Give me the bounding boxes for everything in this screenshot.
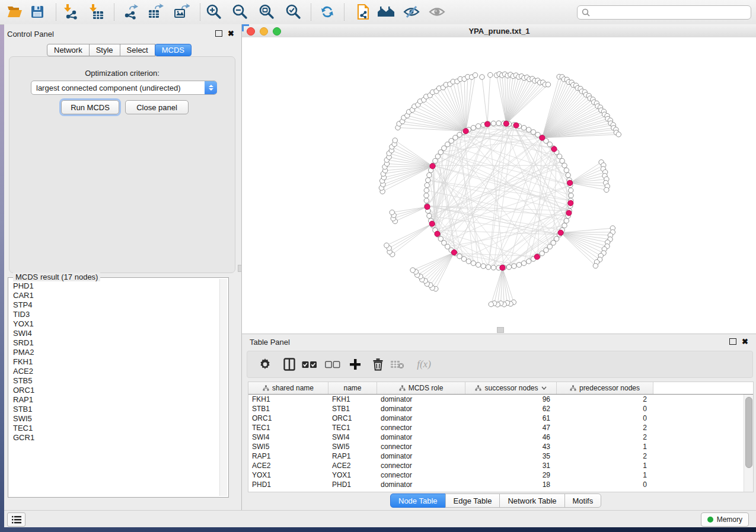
column-header-successor-nodes[interactable]: successor nodes <box>465 382 557 394</box>
network-window-title: YPA_prune.txt_1 <box>242 27 756 36</box>
zoom-out-icon[interactable] <box>230 2 250 22</box>
mcds-result-item[interactable]: PMA2 <box>9 348 219 357</box>
delete-column-trash-icon[interactable] <box>368 354 388 374</box>
table-scrollbar-thumb[interactable] <box>745 397 752 468</box>
mcds-result-item[interactable]: SRD1 <box>9 338 219 348</box>
table-row[interactable]: RAP1RAP1dominator352 <box>248 451 744 461</box>
mcds-result-item[interactable]: TID3 <box>9 310 219 319</box>
close-panel-button[interactable]: Close panel <box>125 100 189 114</box>
toolbar-separator <box>114 4 114 21</box>
save-icon[interactable] <box>27 2 47 22</box>
table-panel-title: Table Panel <box>250 338 290 347</box>
table-panel: Table Panel ✖ f(x) shared na <box>241 334 756 511</box>
toolbar-separator <box>344 4 344 21</box>
mcds-list-scrollbar[interactable] <box>219 279 227 496</box>
mcds-result-item[interactable]: SWI4 <box>9 329 219 338</box>
memory-status-icon <box>707 517 713 523</box>
import-table-icon[interactable] <box>86 2 106 22</box>
tab-mcds[interactable]: MCDS <box>155 44 192 56</box>
tab-motifs[interactable]: Motifs <box>564 493 602 508</box>
mcds-result-item[interactable]: STP4 <box>9 300 219 310</box>
mcds-result-item[interactable]: GCR1 <box>9 433 219 443</box>
network-window-titlebar[interactable]: YPA_prune.txt_1 <box>242 24 756 38</box>
tab-style[interactable]: Style <box>89 44 120 56</box>
memory-button[interactable]: Memory <box>701 512 749 527</box>
zoom-selected-icon[interactable] <box>283 2 304 22</box>
close-panel-icon[interactable]: ✖ <box>742 339 748 345</box>
select-all-icon[interactable] <box>299 354 320 374</box>
criterion-value: largest connected component (undirected) <box>31 84 205 92</box>
export-image-icon[interactable] <box>171 2 192 22</box>
open-icon[interactable] <box>5 2 25 22</box>
table-row[interactable]: FKH1FKH1dominator962 <box>248 395 744 404</box>
control-panel: Control Panel ✖ NetworkStyleSelectMCDS O… <box>4 24 242 510</box>
mcds-result-item[interactable]: TEC1 <box>9 424 219 433</box>
refresh-icon[interactable] <box>317 2 337 22</box>
table-row[interactable]: ACE2ACE2connector311 <box>248 461 744 470</box>
tab-select[interactable]: Select <box>120 44 155 56</box>
close-panel-icon[interactable]: ✖ <box>228 31 234 37</box>
mcds-result-item[interactable]: YOX1 <box>9 319 219 329</box>
mcds-result-item[interactable]: STB1 <box>9 405 219 414</box>
settings-gear-icon[interactable] <box>255 354 275 374</box>
table-row[interactable]: SWI4SWI4dominator462 <box>248 432 744 442</box>
table-toolbar: f(x) <box>247 351 753 378</box>
network-canvas[interactable] <box>242 37 756 334</box>
table-scrollbar[interactable] <box>744 395 753 492</box>
first-neighbors-icon[interactable] <box>376 2 396 22</box>
column-header-shared-name[interactable]: shared name <box>248 382 328 394</box>
tab-edge-table[interactable]: Edge Table <box>445 493 500 508</box>
float-panel-icon[interactable] <box>215 30 222 37</box>
column-header-MCDS-role[interactable]: MCDS role <box>377 382 465 394</box>
mcds-result-item[interactable]: ACE2 <box>9 367 219 376</box>
zoom-in-icon[interactable] <box>204 2 224 22</box>
splitter-handle[interactable] <box>497 327 504 333</box>
zoom-fit-icon[interactable] <box>257 2 277 22</box>
mcds-tab-content: Optimization criterion: largest connecte… <box>9 56 235 273</box>
deselect-all-icon[interactable] <box>323 354 343 374</box>
toolbar-separator <box>56 4 56 21</box>
column-header-predecessor-nodes[interactable]: predecessor nodes <box>557 382 653 394</box>
mcds-result-item[interactable]: FKH1 <box>9 357 219 367</box>
table-row[interactable]: SWI5SWI5connector431 <box>248 442 744 451</box>
tab-network-table[interactable]: Network Table <box>499 493 564 508</box>
criterion-dropdown[interactable]: largest connected component (undirected) <box>31 81 217 95</box>
tab-node-table[interactable]: Node Table <box>390 493 446 508</box>
mcds-result-list[interactable]: PHD1CAR1STP4TID3YOX1SWI4SRD1PMA2FKH1ACE2… <box>9 281 219 495</box>
mcds-result-item[interactable]: STB5 <box>9 376 219 386</box>
table-row[interactable]: TEC1TEC1connector472 <box>248 423 744 432</box>
task-history-button[interactable] <box>7 512 25 527</box>
memory-label: Memory <box>717 515 742 524</box>
function-builder-icon[interactable]: f(x) <box>411 354 437 374</box>
table-row[interactable]: YOX1YOX1connector291 <box>248 470 744 480</box>
tab-network[interactable]: Network <box>47 44 90 56</box>
mcds-result-item[interactable]: CAR1 <box>9 291 219 300</box>
mcds-result-item[interactable]: ORC1 <box>9 386 219 395</box>
search-input[interactable] <box>590 7 751 18</box>
table-row[interactable]: PHD1PHD1dominator180 <box>248 480 744 489</box>
network-view-window: YPA_prune.txt_1 <box>241 24 756 334</box>
export-network-icon[interactable] <box>120 2 141 22</box>
import-network-icon[interactable] <box>61 2 81 22</box>
delete-table-icon[interactable] <box>387 354 407 374</box>
float-panel-icon[interactable] <box>729 338 736 345</box>
show-all-eye-icon[interactable] <box>427 2 447 22</box>
search-box[interactable] <box>577 5 751 20</box>
run-mcds-button[interactable]: Run MCDS <box>61 100 119 114</box>
mcds-result-item[interactable]: RAP1 <box>9 395 219 405</box>
add-column-icon[interactable] <box>345 354 365 374</box>
network-from-document-icon[interactable] <box>353 2 373 22</box>
table-header-row: shared namenameMCDS rolesuccessor nodesp… <box>248 382 753 395</box>
export-table-icon[interactable] <box>145 2 165 22</box>
table-row[interactable]: ORC1ORC1dominator610 <box>248 414 744 423</box>
column-header-name[interactable]: name <box>328 382 377 394</box>
mcds-result-item[interactable]: SWI5 <box>9 414 219 424</box>
search-icon <box>582 8 590 17</box>
hide-selected-eye-icon[interactable] <box>401 2 422 22</box>
mcds-result-group: MCDS result (17 nodes) PHD1CAR1STP4TID3Y… <box>8 277 229 498</box>
application-window: Control Panel ✖ NetworkStyleSelectMCDS O… <box>0 0 756 532</box>
mcds-result-item[interactable]: PHD1 <box>9 281 219 291</box>
show-columns-icon[interactable] <box>279 354 299 374</box>
vertical-splitter-handle[interactable] <box>238 265 242 272</box>
table-row[interactable]: STB1STB1dominator620 <box>248 404 744 414</box>
